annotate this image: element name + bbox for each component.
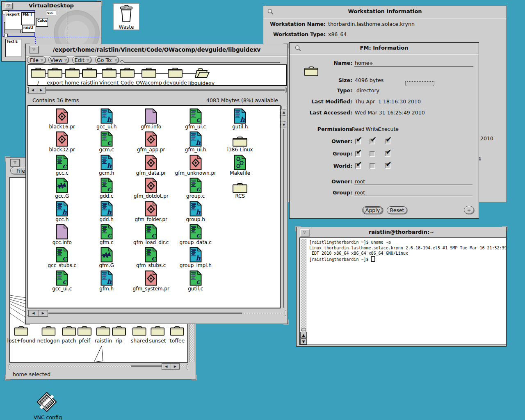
file-item-RCS[interactable]: RCS — [218, 177, 262, 200]
file-item-gfm.c[interactable]: c gfm.c — [84, 223, 129, 246]
path-scrollbar-elevator[interactable]: ◀ ▶ — [28, 87, 46, 94]
home-folder-pfeif[interactable]: pfeif — [78, 326, 91, 344]
file-item-gfm_dotdot.pr[interactable]: gfm_dotdot.pr — [129, 177, 173, 200]
window-menu-button[interactable]: ▽ — [5, 3, 13, 9]
scroll-right-arrow[interactable]: ▶ — [39, 310, 48, 316]
owner-execute-checkbox[interactable] — [385, 139, 390, 144]
expand-button[interactable]: + — [464, 206, 474, 214]
file-item-gfm.h[interactable]: h gfm.h — [84, 269, 129, 292]
file-item-gfm_unknown.pr[interactable]: gfm_unknown.pr — [173, 154, 218, 177]
file-item-gcm.c[interactable]: c gcm.c — [84, 130, 129, 153]
file-item-group.h[interactable]: h group.h — [173, 200, 218, 223]
file-item-gcc_ui.h[interactable]: h gcc_ui.h — [84, 107, 129, 130]
path-folder-OWacomp[interactable]: OWacomp — [136, 67, 162, 86]
reset-button[interactable]: Reset — [387, 206, 407, 214]
world-execute-checkbox[interactable] — [385, 163, 390, 169]
grid-hscrollbar-elevator[interactable]: ◀ ▶ — [28, 310, 48, 317]
file-item-gfm_ui.c[interactable]: c gfm_ui.c — [173, 107, 218, 130]
mini-window-terminal[interactable]: raistl — [22, 25, 35, 33]
file-item-gfm.G[interactable]: gfm.G — [84, 246, 129, 269]
terminal-view[interactable]: ▲ ▼ [raistlin@thorbardin ~]$ uname -a Li… — [299, 237, 506, 345]
path-folder-Code[interactable]: Code — [120, 67, 135, 86]
goto-input[interactable] — [124, 62, 280, 63]
scroll-left-arrow[interactable]: ◀ — [162, 364, 171, 369]
file-item-gcc.G[interactable]: gcc.G — [40, 177, 84, 200]
file-item-gfm.info[interactable]: gfm.info — [129, 107, 173, 130]
path-folder-devguide[interactable]: devguide — [163, 67, 187, 86]
pushpin-icon[interactable] — [267, 8, 274, 17]
file-item-gutil.h[interactable]: h gutil.h — [218, 107, 262, 130]
file-item-gfm_ui.h[interactable]: h gfm_ui.h — [173, 130, 218, 153]
scroll-up-arrow[interactable]: ▲ — [281, 109, 287, 115]
mini-window[interactable] — [4, 34, 8, 37]
scroll-down-arrow[interactable]: ▼ — [300, 338, 307, 345]
mini-window-text-editor[interactable]: Text E — [5, 39, 21, 57]
world-read-checkbox[interactable] — [355, 163, 361, 169]
owner-write-checkbox[interactable] — [370, 139, 375, 144]
scroll-up-arrow[interactable]: ▲ — [300, 332, 307, 338]
scroll-left-arrow[interactable]: ◀ — [29, 87, 37, 93]
home-folder-shared[interactable]: shared — [131, 326, 148, 344]
group-field[interactable]: root — [355, 189, 365, 196]
home-folder-patch[interactable]: patch — [62, 326, 76, 344]
terminal-output[interactable]: [raistlin@thorbardin ~]$ uname -a Linux … — [309, 240, 507, 262]
edit-menu-button[interactable]: Edit▽ — [72, 56, 91, 64]
scrollbar-thumb[interactable] — [301, 329, 306, 331]
file-item-gutil.c[interactable]: c gutil.c — [173, 269, 218, 292]
file-item-gdd.c[interactable]: c gdd.c — [84, 177, 129, 200]
file-item-gcc.h[interactable]: h gcc.h — [40, 200, 84, 223]
owner-read-checkbox[interactable] — [355, 139, 361, 144]
path-folder-export[interactable]: export — [47, 67, 64, 86]
file-item-gcc.info[interactable]: gcc.info — [40, 223, 84, 246]
scroll-left-arrow[interactable]: ◀ — [29, 310, 39, 316]
file-item-gfm_folder.pr[interactable]: gfm_folder.pr — [129, 200, 173, 223]
file-item-gcm.h[interactable]: h gcm.h — [84, 154, 129, 177]
file-item-black16.pr[interactable]: black16.pr — [40, 107, 84, 130]
goto-menu-button[interactable]: Go To:▽ — [95, 56, 119, 64]
path-folder-root[interactable]: / — [31, 67, 46, 86]
scroll-down-arrow[interactable]: ▼ — [281, 122, 287, 128]
mini-window-file-manager[interactable]: /export — [5, 12, 22, 30]
world-write-checkbox[interactable] — [370, 163, 375, 169]
waste-icon[interactable]: Waste — [113, 3, 139, 30]
file-item-group_data.c[interactable]: c group_data.c — [173, 223, 218, 246]
file-item-i386-Linux[interactable]: i386-Linux — [218, 130, 262, 153]
home-folder-lost+found[interactable]: lost+found — [7, 326, 36, 344]
file-item-gcc.c[interactable]: c gcc.c — [40, 154, 84, 177]
scroll-right-arrow[interactable]: ▶ — [171, 364, 180, 369]
group-read-checkbox[interactable] — [355, 151, 361, 157]
vertical-elevator-drag[interactable] — [281, 115, 287, 122]
mini-window-fm-info[interactable]: FM: I — [21, 12, 35, 25]
apply-button[interactable]: Apply — [362, 206, 383, 214]
file-item-gfm_load_dir.c[interactable]: c gfm_load_dir.c — [129, 223, 173, 246]
file-item-group.c[interactable]: c group.c — [173, 177, 218, 200]
file-item-gfm_data.pr[interactable]: gfm_data.pr — [129, 154, 173, 177]
file-item-gfm_system.pr[interactable]: gfm_system.pr — [129, 269, 173, 292]
group-execute-checkbox[interactable] — [385, 151, 390, 157]
file-menu-button[interactable]: File▽ — [27, 56, 46, 64]
path-folder-Vincent[interactable]: Vincent — [99, 67, 119, 86]
file-item-Makefile[interactable]: Makefile — [218, 154, 262, 177]
name-field[interactable]: home — [355, 60, 372, 66]
home-folder-netlogon[interactable]: netlogon — [37, 326, 59, 344]
scroll-right-arrow[interactable]: ▶ — [37, 87, 46, 93]
file-item-gdd.h[interactable]: h gdd.h — [84, 200, 129, 223]
home-folder-raistlin[interactable]: raistlin — [95, 326, 112, 344]
home-folder-toffee[interactable]: toffee — [170, 326, 185, 344]
path-folder-libguidexv[interactable]: libguidexv — [188, 67, 215, 86]
window-menu-button[interactable]: ▽ — [29, 46, 39, 53]
view-menu-button[interactable]: View▽ — [48, 56, 69, 64]
vnc-config-icon[interactable]: VNC config — [34, 392, 60, 420]
window-menu-button[interactable]: ▽ — [10, 159, 20, 167]
file-item-black32.pr[interactable]: black32.pr — [40, 130, 84, 153]
path-folder-home[interactable]: home — [65, 67, 80, 86]
horizontal-scrollbar-elevator[interactable]: ◀ ▶ — [162, 363, 180, 370]
home-folder-sunset[interactable]: sunset — [149, 326, 166, 344]
file-item-group_impl.h[interactable]: h group_impl.h — [173, 246, 218, 269]
file-item-gfm_app.pr[interactable]: gfm_app.pr — [129, 130, 173, 153]
path-folder-raistlin[interactable]: raistlin — [81, 67, 98, 86]
mini-window-calculator[interactable]: Calcu — [36, 18, 48, 27]
mini-window-vlc[interactable]: VLC — [46, 11, 56, 15]
file-item-gcc_ui.c[interactable]: c gcc_ui.c — [40, 269, 84, 292]
group-write-checkbox[interactable] — [370, 151, 375, 157]
